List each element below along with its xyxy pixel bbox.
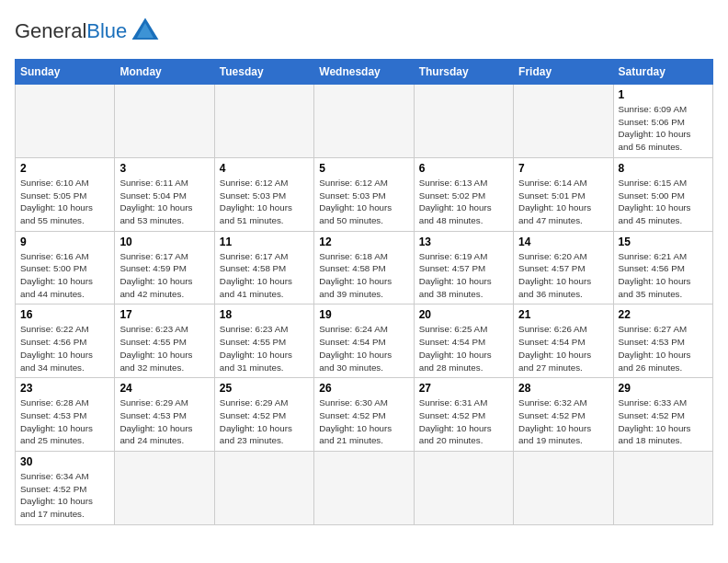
weekday-header-wednesday: Wednesday [314,60,414,85]
calendar-cell: 2Sunrise: 6:10 AM Sunset: 5:05 PM Daylig… [16,157,115,231]
calendar-cell: 19Sunrise: 6:24 AM Sunset: 4:54 PM Dayli… [314,304,414,378]
day-info: Sunrise: 6:21 AM Sunset: 4:56 PM Dayligh… [619,250,708,301]
day-number: 28 [518,382,608,395]
day-info: Sunrise: 6:31 AM Sunset: 4:52 PM Dayligh… [419,396,508,447]
calendar-cell: 21Sunrise: 6:26 AM Sunset: 4:54 PM Dayli… [514,304,613,378]
day-info: Sunrise: 6:26 AM Sunset: 4:54 PM Dayligh… [518,323,608,373]
calendar-cell [115,85,214,158]
day-info: Sunrise: 6:13 AM Sunset: 5:02 PM Dayligh… [419,177,508,227]
weekday-header-sunday: Sunday [16,60,115,85]
calendar-cell: 18Sunrise: 6:23 AM Sunset: 4:55 PM Dayli… [214,304,313,378]
day-number: 10 [119,236,209,248]
calendar-row-2: 2Sunrise: 6:10 AM Sunset: 5:05 PM Daylig… [16,157,713,231]
calendar-cell: 8Sunrise: 6:15 AM Sunset: 5:00 PM Daylig… [613,157,712,231]
calendar-cell: 11Sunrise: 6:17 AM Sunset: 4:58 PM Dayli… [214,231,313,304]
calendar-cell [514,85,613,158]
day-number: 20 [419,308,508,321]
calendar-cell: 30Sunrise: 6:34 AM Sunset: 4:52 PM Dayli… [16,452,115,525]
day-number: 26 [319,382,408,395]
day-number: 29 [619,382,708,395]
calendar-cell: 14Sunrise: 6:20 AM Sunset: 4:57 PM Dayli… [514,231,613,304]
calendar-cell [514,452,613,525]
calendar-cell: 25Sunrise: 6:29 AM Sunset: 4:52 PM Dayli… [214,378,313,452]
day-info: Sunrise: 6:12 AM Sunset: 5:03 PM Dayligh… [319,177,408,227]
day-info: Sunrise: 6:30 AM Sunset: 4:52 PM Dayligh… [319,396,408,447]
calendar-cell: 16Sunrise: 6:22 AM Sunset: 4:56 PM Dayli… [16,304,115,378]
day-info: Sunrise: 6:23 AM Sunset: 4:55 PM Dayligh… [119,323,209,373]
day-info: Sunrise: 6:11 AM Sunset: 5:04 PM Dayligh… [119,177,209,227]
day-info: Sunrise: 6:28 AM Sunset: 4:53 PM Dayligh… [20,396,109,447]
day-info: Sunrise: 6:25 AM Sunset: 4:54 PM Dayligh… [419,323,508,373]
day-number: 19 [319,308,408,321]
calendar-cell: 3Sunrise: 6:11 AM Sunset: 5:04 PM Daylig… [115,157,214,231]
day-info: Sunrise: 6:09 AM Sunset: 5:06 PM Dayligh… [619,103,708,154]
logo: GeneralBlue [15,15,162,48]
day-info: Sunrise: 6:32 AM Sunset: 4:52 PM Dayligh… [518,396,608,447]
day-info: Sunrise: 6:14 AM Sunset: 5:01 PM Dayligh… [518,177,608,227]
calendar-cell [314,85,414,158]
weekday-header-row: SundayMondayTuesdayWednesdayThursdayFrid… [16,60,713,85]
calendar-cell: 1Sunrise: 6:09 AM Sunset: 5:06 PM Daylig… [613,85,712,158]
calendar-cell [314,452,414,525]
calendar-row-5: 23Sunrise: 6:28 AM Sunset: 4:53 PM Dayli… [16,378,713,452]
day-number: 13 [419,236,508,248]
day-number: 12 [319,236,408,248]
day-info: Sunrise: 6:33 AM Sunset: 4:52 PM Dayligh… [619,396,708,447]
day-number: 9 [20,236,109,248]
calendar-cell [414,452,513,525]
calendar-row-3: 9Sunrise: 6:16 AM Sunset: 5:00 PM Daylig… [16,231,713,304]
calendar-cell [214,85,313,158]
weekday-header-saturday: Saturday [613,60,712,85]
day-info: Sunrise: 6:17 AM Sunset: 4:58 PM Dayligh… [220,250,309,301]
day-number: 14 [518,236,608,248]
day-info: Sunrise: 6:17 AM Sunset: 4:59 PM Dayligh… [119,250,209,301]
calendar-cell [414,85,513,158]
day-info: Sunrise: 6:22 AM Sunset: 4:56 PM Dayligh… [20,323,109,373]
day-number: 15 [619,236,708,248]
calendar-row-4: 16Sunrise: 6:22 AM Sunset: 4:56 PM Dayli… [16,304,713,378]
calendar-table: SundayMondayTuesdayWednesdayThursdayFrid… [15,59,713,525]
calendar-cell: 29Sunrise: 6:33 AM Sunset: 4:52 PM Dayli… [613,378,712,452]
calendar-cell: 17Sunrise: 6:23 AM Sunset: 4:55 PM Dayli… [115,304,214,378]
day-number: 2 [20,162,109,175]
calendar-cell: 24Sunrise: 6:29 AM Sunset: 4:53 PM Dayli… [115,378,214,452]
calendar-cell: 22Sunrise: 6:27 AM Sunset: 4:53 PM Dayli… [613,304,712,378]
calendar-cell: 12Sunrise: 6:18 AM Sunset: 4:58 PM Dayli… [314,231,414,304]
calendar-cell [613,452,712,525]
weekday-header-tuesday: Tuesday [214,60,313,85]
day-info: Sunrise: 6:19 AM Sunset: 4:57 PM Dayligh… [419,250,508,301]
day-number: 23 [20,382,109,395]
calendar-cell: 4Sunrise: 6:12 AM Sunset: 5:03 PM Daylig… [214,157,313,231]
logo-icon [129,15,162,48]
day-info: Sunrise: 6:29 AM Sunset: 4:52 PM Dayligh… [220,396,309,447]
day-number: 25 [220,382,309,395]
logo-text: GeneralBlue [15,21,127,41]
calendar-cell [16,85,115,158]
day-info: Sunrise: 6:12 AM Sunset: 5:03 PM Dayligh… [220,177,309,227]
calendar-cell: 20Sunrise: 6:25 AM Sunset: 4:54 PM Dayli… [414,304,513,378]
day-info: Sunrise: 6:15 AM Sunset: 5:00 PM Dayligh… [619,177,708,227]
day-info: Sunrise: 6:34 AM Sunset: 4:52 PM Dayligh… [20,470,109,521]
weekday-header-friday: Friday [514,60,613,85]
calendar-cell: 9Sunrise: 6:16 AM Sunset: 5:00 PM Daylig… [16,231,115,304]
day-number: 8 [619,162,708,175]
calendar-cell: 5Sunrise: 6:12 AM Sunset: 5:03 PM Daylig… [314,157,414,231]
day-number: 5 [319,162,408,175]
calendar-cell: 6Sunrise: 6:13 AM Sunset: 5:02 PM Daylig… [414,157,513,231]
weekday-header-monday: Monday [115,60,214,85]
day-number: 1 [619,88,708,101]
day-number: 21 [518,308,608,321]
calendar-cell: 10Sunrise: 6:17 AM Sunset: 4:59 PM Dayli… [115,231,214,304]
day-number: 24 [119,382,209,395]
day-number: 11 [220,236,309,248]
calendar-cell: 23Sunrise: 6:28 AM Sunset: 4:53 PM Dayli… [16,378,115,452]
day-number: 30 [20,455,109,468]
calendar-cell: 7Sunrise: 6:14 AM Sunset: 5:01 PM Daylig… [514,157,613,231]
calendar-cell: 27Sunrise: 6:31 AM Sunset: 4:52 PM Dayli… [414,378,513,452]
day-info: Sunrise: 6:18 AM Sunset: 4:58 PM Dayligh… [319,250,408,301]
day-info: Sunrise: 6:24 AM Sunset: 4:54 PM Dayligh… [319,323,408,373]
day-number: 7 [518,162,608,175]
day-number: 22 [619,308,708,321]
calendar-cell [214,452,313,525]
day-info: Sunrise: 6:29 AM Sunset: 4:53 PM Dayligh… [119,396,209,447]
